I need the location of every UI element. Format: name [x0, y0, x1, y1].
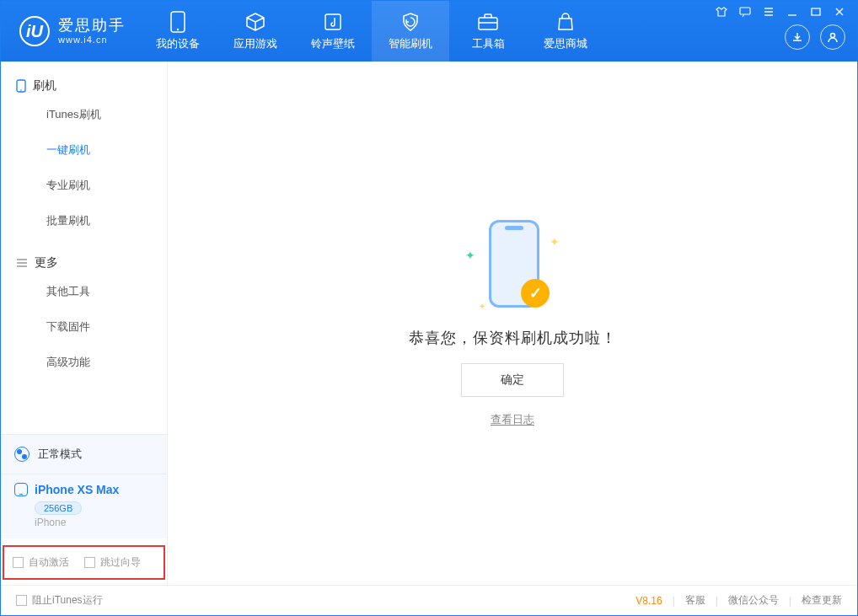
svg-rect-5 — [812, 8, 820, 15]
mode-icon — [14, 447, 29, 462]
titlebar-right — [716, 1, 857, 62]
svg-point-8 — [20, 89, 22, 91]
logo: iU 爱思助手 www.i4.cn — [1, 1, 139, 62]
note-icon — [322, 11, 344, 33]
skin-icon[interactable] — [716, 6, 727, 18]
checkbox-icon — [13, 557, 24, 568]
sidebar-item-pro[interactable]: 专业刷机 — [1, 168, 167, 203]
logo-text: 爱思助手 www.i4.cn — [58, 18, 126, 45]
sidebar-item-other[interactable]: 其他工具 — [1, 274, 167, 309]
tab-label: 智能刷机 — [389, 36, 432, 51]
logo-icon: iU — [19, 16, 50, 46]
tab-label: 应用游戏 — [233, 36, 277, 51]
tab-label: 铃声壁纸 — [311, 36, 355, 51]
close-button[interactable] — [834, 6, 845, 18]
sparkle-icon: ✦ — [465, 249, 475, 262]
options-row: 自动激活 跳过向导 — [3, 545, 165, 580]
svg-rect-4 — [740, 8, 750, 14]
minimize-button[interactable] — [786, 6, 798, 18]
feedback-icon[interactable] — [739, 6, 751, 18]
main-tabs: 我的设备 应用游戏 铃声壁纸 智能刷机 工具箱 爱思商城 — [139, 1, 604, 62]
sidebar-group-flash: 刷机 — [1, 70, 167, 97]
tab-label: 我的设备 — [156, 36, 200, 51]
tab-store[interactable]: 爱思商城 — [527, 1, 604, 62]
group-label: 更多 — [35, 255, 58, 271]
tab-label: 工具箱 — [472, 36, 505, 51]
tab-label: 爱思商城 — [544, 36, 587, 51]
app-url: www.i4.cn — [58, 35, 126, 45]
mode-box[interactable]: 正常模式 — [1, 435, 167, 474]
sidebar-item-firmware[interactable]: 下载固件 — [1, 309, 167, 345]
sidebar-item-advanced[interactable]: 高级功能 — [1, 345, 167, 380]
body: 刷机 iTunes刷机 一键刷机 专业刷机 批量刷机 更多 其他工具 下载固件 … — [1, 62, 857, 585]
success-illustration: ✦ ✦ ✦ ✓ — [470, 220, 555, 313]
app-window: iU 爱思助手 www.i4.cn 我的设备 应用游戏 铃声壁纸 智能刷机 — [0, 0, 858, 616]
device-box[interactable]: iPhone XS Max 256GB iPhone — [1, 474, 167, 538]
sparkle-icon: ✦ — [479, 302, 485, 311]
tab-flash[interactable]: 智能刷机 — [372, 1, 449, 62]
sidebar: 刷机 iTunes刷机 一键刷机 专业刷机 批量刷机 更多 其他工具 下载固件 … — [1, 62, 168, 585]
storage-badge: 256GB — [35, 501, 82, 515]
checkbox-skip-guide[interactable]: 跳过向导 — [84, 555, 141, 570]
sparkle-icon: ✦ — [550, 235, 560, 249]
group-label: 刷机 — [33, 78, 56, 94]
ok-button[interactable]: 确定 — [461, 363, 564, 397]
main-content: ✦ ✦ ✦ ✓ 恭喜您，保资料刷机成功啦！ 确定 查看日志 — [168, 62, 857, 585]
app-name: 爱思助手 — [58, 18, 126, 35]
cube-icon — [244, 11, 266, 33]
menu-icon[interactable] — [763, 6, 775, 18]
checkbox-block-itunes[interactable]: 阻止iTunes运行 — [16, 593, 103, 608]
svg-rect-3 — [479, 18, 497, 29]
tab-device[interactable]: 我的设备 — [139, 1, 217, 62]
list-icon — [16, 258, 28, 268]
sidebar-group-more: 更多 — [1, 247, 167, 274]
phone-icon — [167, 11, 189, 33]
success-message: 恭喜您，保资料刷机成功啦！ — [409, 328, 617, 348]
checkbox-auto-activate[interactable]: 自动激活 — [13, 555, 69, 570]
sidebar-item-batch[interactable]: 批量刷机 — [1, 203, 167, 238]
sidebar-bottom: 正常模式 iPhone XS Max 256GB iPhone 自动激活 — [1, 434, 167, 585]
device-row: iPhone XS Max — [14, 483, 153, 496]
svg-point-6 — [831, 34, 835, 38]
header-round-buttons — [785, 24, 845, 50]
titlebar: iU 爱思助手 www.i4.cn 我的设备 应用游戏 铃声壁纸 智能刷机 — [1, 1, 857, 62]
support-link[interactable]: 客服 — [685, 593, 705, 608]
maximize-button[interactable] — [810, 6, 822, 18]
checkbox-label: 阻止iTunes运行 — [32, 593, 103, 608]
account-button[interactable] — [820, 24, 845, 50]
checkbox-icon — [16, 595, 27, 606]
tab-apps[interactable]: 应用游戏 — [217, 1, 294, 62]
version-label: V8.16 — [635, 595, 662, 607]
checkmark-icon: ✓ — [521, 279, 550, 308]
view-log-link[interactable]: 查看日志 — [491, 412, 534, 427]
sidebar-item-itunes[interactable]: iTunes刷机 — [1, 97, 167, 132]
sidebar-nav: 刷机 iTunes刷机 一键刷机 专业刷机 批量刷机 更多 其他工具 下载固件 … — [1, 62, 167, 434]
svg-rect-2 — [325, 14, 341, 29]
checkbox-label: 跳过向导 — [100, 555, 141, 570]
checkbox-icon — [84, 557, 95, 568]
tab-ringtone[interactable]: 铃声壁纸 — [294, 1, 372, 62]
checkbox-label: 自动激活 — [29, 555, 69, 570]
bag-icon — [555, 11, 576, 33]
mode-label: 正常模式 — [38, 447, 82, 462]
statusbar: 阻止iTunes运行 V8.16 | 客服 | 微信公众号 | 检查更新 — [1, 585, 857, 615]
phone-small-icon — [16, 79, 26, 93]
download-button[interactable] — [785, 24, 810, 50]
sidebar-item-oneclick[interactable]: 一键刷机 — [1, 132, 167, 168]
device-name: iPhone XS Max — [35, 483, 119, 496]
device-type: iPhone — [35, 517, 153, 528]
tab-toolbox[interactable]: 工具箱 — [449, 1, 527, 62]
svg-point-1 — [177, 29, 179, 30]
shield-icon — [400, 11, 421, 33]
footer-right: V8.16 | 客服 | 微信公众号 | 检查更新 — [635, 593, 842, 608]
window-controls — [716, 6, 845, 18]
wechat-link[interactable]: 微信公众号 — [728, 593, 779, 608]
toolbox-icon — [477, 11, 499, 33]
update-link[interactable]: 检查更新 — [802, 593, 842, 608]
device-icon — [14, 483, 28, 496]
